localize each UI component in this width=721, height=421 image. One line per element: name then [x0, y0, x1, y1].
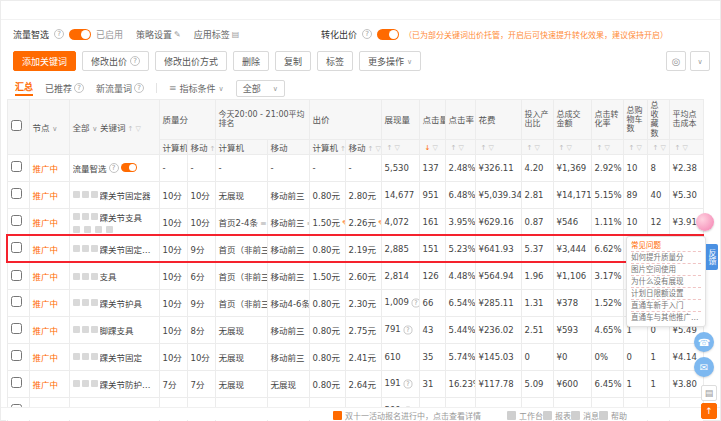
info-icon[interactable] [109, 163, 119, 173]
col-clicks[interactable]: 点击量 [419, 100, 445, 140]
menu-button[interactable]: ▤ [701, 385, 717, 401]
tag-icon[interactable] [91, 353, 98, 360]
table-row[interactable]: 推广中 踝关节固定支具 10分 9分 首页（非前三） 移动前三 0.80元 2.… [7, 235, 703, 262]
sort-carts[interactable] [623, 139, 647, 154]
trend-icon[interactable] [82, 273, 89, 280]
favorite-icon[interactable] [73, 273, 80, 280]
favorite-icon[interactable] [73, 213, 80, 220]
table-row[interactable]: 推广中 脚踝支具 10分 8分 无展现 移动前三 0.80元 2.75元 791… [7, 316, 703, 343]
bottom-bar-item[interactable]: 工作台 [507, 410, 543, 421]
flow-smart-info-icon[interactable] [54, 29, 64, 39]
impressions-info-icon[interactable] [411, 299, 419, 308]
apply-tag-link[interactable]: 应用标签 [194, 28, 240, 41]
smart-flow-toggle[interactable] [121, 163, 137, 172]
table-row[interactable]: 推广中 踝关节防护支具 7分 7分 无展现 无展现 0.80元 2.64元 19… [7, 370, 703, 397]
bottom-bar-item[interactable]: 消息 [571, 410, 599, 421]
tag-icon[interactable] [91, 213, 98, 220]
help-link[interactable]: 直通车与其他推广配合 [631, 312, 701, 323]
row-checkbox[interactable] [11, 270, 22, 281]
impressions-info-icon[interactable] [403, 380, 412, 389]
analysis-icon[interactable] [73, 226, 80, 233]
sort-roi[interactable] [521, 139, 553, 154]
tag-icon[interactable] [91, 245, 98, 252]
modify-bid-mode-button[interactable]: 修改出价方式 [155, 51, 227, 71]
row-checkbox[interactable] [11, 188, 22, 199]
feedback-tab[interactable]: 反馈 [706, 244, 718, 270]
trend-icon[interactable] [82, 380, 89, 387]
col-ctr[interactable]: 点击率 [445, 100, 475, 140]
row-checkbox[interactable] [11, 377, 22, 388]
help-link[interactable]: 如何提升质量分 [631, 252, 701, 264]
row-checkbox[interactable] [11, 215, 22, 226]
favorite-icon[interactable] [73, 191, 80, 198]
col-cost[interactable]: 花费 [475, 100, 521, 140]
back-to-top-button[interactable]: ↑ [701, 403, 717, 419]
tag-icon[interactable] [91, 380, 98, 387]
help-link[interactable]: 直通车新手入门 [631, 300, 701, 312]
col-cvr[interactable]: 点击转化率 [591, 100, 623, 140]
table-row[interactable]: 推广中 踝关节固定 10分 10分 无展现 移动前三 0.80元 2.41元 6… [7, 343, 703, 370]
more-actions-button[interactable]: 更多操作 [359, 51, 421, 71]
keyword-action-icons[interactable] [73, 226, 156, 233]
row-checkbox[interactable] [11, 242, 22, 253]
tag-icon[interactable] [91, 326, 98, 333]
row-checkbox[interactable] [11, 161, 22, 172]
trend-icon[interactable] [82, 326, 89, 333]
keyword-quick-icons[interactable] [73, 353, 98, 360]
bottom-bar-item[interactable]: 帮助 [599, 410, 627, 421]
sort-cpc[interactable] [669, 139, 703, 154]
impressions-info-icon[interactable] [403, 326, 412, 335]
tab-new-flow-words[interactable]: 新流量词 [96, 82, 144, 95]
scope-select[interactable]: 全部 [236, 80, 285, 97]
rank-list-icon[interactable] [260, 219, 267, 228]
conversion-bid-info-icon[interactable] [362, 29, 372, 39]
col-cpc[interactable]: 平均点击成本 [669, 100, 703, 140]
table-row[interactable]: 推广中 踝关节固定器 10分 10分 无展现 移动前三 0.80元 2.80元 … [7, 181, 703, 208]
sort-impressions[interactable] [381, 139, 419, 154]
phone-support-icon[interactable]: ☎ [694, 332, 714, 352]
row-checkbox[interactable] [11, 350, 22, 361]
keyword-quick-icons[interactable] [73, 299, 98, 306]
trend-icon[interactable] [82, 191, 89, 198]
copy-button[interactable]: 复制 [275, 51, 311, 71]
help-link[interactable]: 为什么没有展现 [631, 276, 701, 288]
keyword-quick-icons[interactable] [73, 326, 98, 333]
tab-recommended[interactable]: 已推荐 [45, 82, 84, 95]
table-row[interactable]: 推广中 踝关节护具 10分 9分 首页（非前三） 移动4-6条 0.80元 2.… [7, 289, 703, 316]
table-settings-button[interactable] [666, 51, 686, 71]
favorite-icon[interactable] [73, 380, 80, 387]
keyword-quick-icons[interactable] [73, 245, 98, 252]
col-keyword[interactable]: 全部 关键词 [69, 100, 159, 155]
help-link[interactable]: 图片空间使用 [631, 264, 701, 276]
col-bid-mobile[interactable]: 移动 [345, 139, 381, 154]
favorite-icon[interactable] [73, 245, 80, 252]
favorite-icon[interactable] [73, 326, 80, 333]
col-bid-pc[interactable]: 计算机 [309, 139, 345, 154]
keyword-quick-icons[interactable] [73, 213, 98, 220]
promo-badge-icon[interactable] [696, 213, 714, 231]
sort-ctr[interactable] [445, 139, 475, 154]
trend-icon[interactable] [82, 245, 89, 252]
col-quality-mobile[interactable]: 移动 [187, 139, 215, 154]
strategy-settings-link[interactable]: 策略设置 [136, 28, 181, 41]
sort-cvr[interactable] [591, 139, 623, 154]
announcement[interactable]: 双十一活动报名进行中，点击查看详情 [333, 410, 481, 421]
minus-icon[interactable] [106, 226, 113, 233]
sort-favorites[interactable] [647, 139, 669, 154]
keyword-quick-icons[interactable] [73, 273, 98, 280]
sort-cost[interactable] [475, 139, 521, 154]
col-favorites[interactable]: 总收藏数 [647, 100, 669, 140]
table-row[interactable]: 推广中 支具 10分 6分 首页（非前三） 移动前三 1.50元 2.60元 2… [7, 262, 703, 289]
add-keyword-button[interactable]: 添加关键词 [13, 51, 76, 71]
sort-gmv[interactable] [553, 139, 591, 154]
help-link[interactable]: 常见问题 [631, 240, 701, 252]
conversion-bid-toggle[interactable] [377, 29, 399, 40]
help-link[interactable]: 计划日限额设置 [631, 288, 701, 300]
metric-condition-button[interactable]: 指标条件 [169, 82, 224, 95]
trend-icon[interactable] [82, 353, 89, 360]
row-checkbox[interactable] [11, 323, 22, 334]
delete-button[interactable]: 删除 [233, 51, 269, 71]
modify-bid-button[interactable]: 修改出价 [82, 51, 149, 71]
select-all-checkbox[interactable] [11, 120, 22, 131]
tab-summary[interactable]: 汇总 [15, 80, 33, 96]
